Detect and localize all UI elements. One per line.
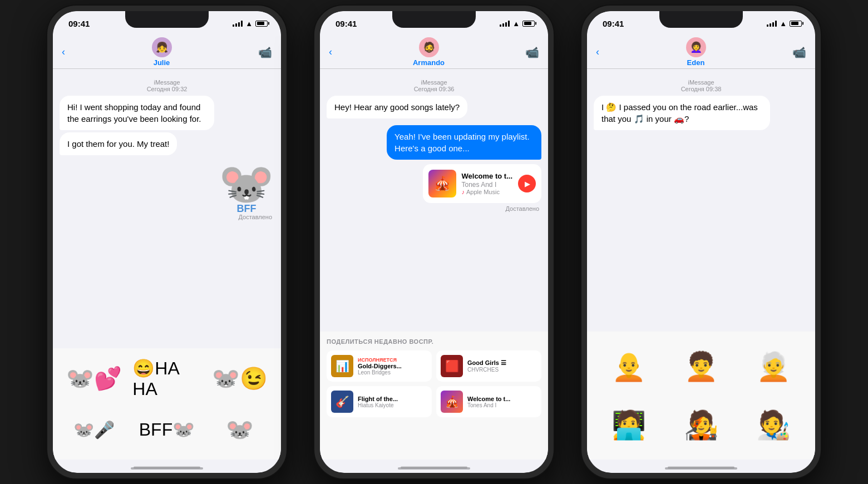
notch-julie xyxy=(125,11,209,28)
battery-icon-eden xyxy=(790,21,802,27)
music-panel-info-3: Flight of the... Hiatus Kaiyote xyxy=(358,396,398,408)
contact-name-julie: Julie xyxy=(154,58,170,67)
artist-name-2: CHVRCHES xyxy=(467,367,506,373)
music-art-1: 📊 xyxy=(331,355,353,377)
notch-eden xyxy=(659,11,743,28)
message-row-music-card: 🎪 Welcome to t... Tones And I ♪ Apple Mu… xyxy=(327,162,541,203)
music-panel-info-4: Welcome to t... Tones And I xyxy=(467,396,510,408)
delivered-label-julie: Доставлено xyxy=(60,214,274,220)
sticker-item[interactable]: 🐭😉 xyxy=(206,355,274,402)
sticker-item[interactable]: 😄HA HA xyxy=(132,355,201,402)
back-button-armando[interactable]: ‹ xyxy=(329,46,332,58)
bubble-received: I got them for you. My treat! xyxy=(60,132,177,155)
music-art: 🎪 xyxy=(428,170,456,197)
music-info: Welcome to t... Tones And I ♪ Apple Musi… xyxy=(462,172,513,196)
wifi-icon-armando: ▲ xyxy=(512,19,520,28)
imessage-timestamp-armando: iMessage Сегодня 09:36 xyxy=(327,79,541,92)
nav-center-eden[interactable]: 👩‍🦱 Eden xyxy=(686,37,706,67)
avatar-eden: 👩‍🦱 xyxy=(686,37,706,57)
artist-name-3: Hiatus Kaiyote xyxy=(358,402,398,408)
signal-icon-armando xyxy=(500,20,510,27)
video-call-button-julie[interactable]: 📹 xyxy=(258,46,272,59)
back-button-eden[interactable]: ‹ xyxy=(596,46,599,58)
music-panel-armando: ПОДЕЛИТЬСЯ НЕДАВНО ВОСПР. 📊 ИСПОЛНЯЕТСЯ … xyxy=(320,332,548,460)
sticker-item[interactable]: 🐭 xyxy=(206,406,274,453)
play-button[interactable]: ▶ xyxy=(518,175,536,192)
home-indicator-eden xyxy=(665,467,737,470)
imessage-timestamp-julie: iMessage Сегодня 09:32 xyxy=(60,79,274,92)
phone-screen-eden: 09:41 ▲ ‹ 👩‍🦱 xyxy=(587,11,815,473)
bubble-received: I 🤔 I passed you on the road earlier...w… xyxy=(594,96,770,130)
battery-icon-armando xyxy=(522,21,535,27)
memoji-item[interactable]: 🧑‍🦲 xyxy=(594,338,664,394)
track-name-4: Welcome to t... xyxy=(467,396,510,402)
phone-screen-armando: 09:41 ▲ ‹ 🧔 xyxy=(320,11,548,473)
music-panel-title: ПОДЕЛИТЬСЯ НЕДАВНО ВОСПР. xyxy=(327,338,541,345)
memoji-item[interactable]: 🧑‍💻 xyxy=(594,397,664,453)
nav-bar-eden: ‹ 👩‍🦱 Eden 📹 xyxy=(587,36,815,69)
phone-armando: 09:41 ▲ ‹ 🧔 xyxy=(300,0,568,484)
sticker-item[interactable]: 🐭🎤 xyxy=(60,406,128,453)
phone-screen-julie: 09:41 ▲ ‹ 👧 xyxy=(53,11,281,473)
track-name-3: Flight of the... xyxy=(358,396,398,402)
phone-frame-julie: 09:41 ▲ ‹ 👧 xyxy=(47,6,287,478)
battery-icon-julie xyxy=(255,21,268,27)
video-call-button-armando[interactable]: 📹 xyxy=(525,46,539,59)
bubble-received: Hi! I went shopping today and found the … xyxy=(60,96,214,130)
status-time-eden: 09:41 xyxy=(603,19,624,28)
music-panel-item[interactable]: 🟥 Good Girls ☰ CHVRCHES xyxy=(436,350,541,382)
sticker-item[interactable]: 🐭💕 xyxy=(60,355,128,402)
memoji-item[interactable]: 🧑‍🦱 xyxy=(666,338,736,394)
phone-eden: 09:41 ▲ ‹ 👩‍🦱 xyxy=(568,0,835,484)
signal-icon-eden xyxy=(767,20,777,27)
music-panel-item[interactable]: 🎸 Flight of the... Hiatus Kaiyote xyxy=(327,386,432,417)
home-indicator-julie xyxy=(131,467,203,470)
sticker-panel-julie: 🐭💕 😄HA HA 🐭😉 🐭🎤 BFF🐭 🐭 xyxy=(53,348,281,460)
music-artist: Tones And I xyxy=(462,181,513,189)
video-call-button-eden[interactable]: 📹 xyxy=(792,46,806,59)
track-name-1: Gold-Diggers... xyxy=(358,363,402,369)
status-time-armando: 09:41 xyxy=(336,19,357,28)
status-icons-julie: ▲ xyxy=(233,19,268,28)
artist-name-4: Tones And I xyxy=(467,402,510,408)
message-row: I got them for you. My treat! xyxy=(60,132,274,155)
playing-badge: ИСПОЛНЯЕТСЯ xyxy=(358,357,402,363)
wifi-icon-julie: ▲ xyxy=(245,19,253,28)
avatar-armando: 🧔 xyxy=(419,37,439,57)
sticker-item[interactable]: BFF🐭 xyxy=(132,406,201,453)
avatar-julie: 👧 xyxy=(152,37,172,57)
phone-julie: 09:41 ▲ ‹ 👧 xyxy=(33,0,300,484)
home-indicator-armando xyxy=(398,467,470,470)
music-panel-item[interactable]: 📊 ИСПОЛНЯЕТСЯ Gold-Diggers... Leon Bridg… xyxy=(327,350,432,382)
memoji-item[interactable]: 🧑‍🦳 xyxy=(738,338,808,394)
bubble-sent: Yeah! I've been updating my playlist. He… xyxy=(387,125,541,160)
message-row: Hi! I went shopping today and found the … xyxy=(60,96,274,130)
music-card: 🎪 Welcome to t... Tones And I ♪ Apple Mu… xyxy=(423,164,542,203)
music-art-3: 🎸 xyxy=(331,391,353,413)
back-button-julie[interactable]: ‹ xyxy=(62,46,65,58)
memoji-item[interactable]: 🧑‍🎨 xyxy=(738,397,808,453)
signal-icon-julie xyxy=(233,20,243,27)
nav-center-armando[interactable]: 🧔 Armando xyxy=(413,37,445,67)
status-icons-eden: ▲ xyxy=(767,19,802,28)
status-icons-armando: ▲ xyxy=(500,19,535,28)
delivered-label-armando: Доставлено xyxy=(327,205,541,212)
artist-name-1: Leon Bridges xyxy=(358,369,402,376)
music-grid: 📊 ИСПОЛНЯЕТСЯ Gold-Diggers... Leon Bridg… xyxy=(327,350,541,417)
message-row: Hey! Hear any good songs lately? xyxy=(327,96,541,118)
music-source: ♪ Apple Music xyxy=(462,189,513,195)
nav-center-julie[interactable]: 👧 Julie xyxy=(152,37,172,67)
message-row: Yeah! I've been updating my playlist. He… xyxy=(327,125,541,160)
sticker-item: 🐭BFF xyxy=(219,162,274,211)
imessage-timestamp-eden: iMessage Сегодня 09:38 xyxy=(594,79,808,92)
wifi-icon-eden: ▲ xyxy=(780,19,787,28)
status-time-julie: 09:41 xyxy=(68,19,90,28)
memoji-item[interactable]: 🧑‍🎤 xyxy=(666,397,736,453)
nav-bar-armando: ‹ 🧔 Armando 📹 xyxy=(320,36,548,69)
phone-frame-armando: 09:41 ▲ ‹ 🧔 xyxy=(314,6,554,478)
notch-armando xyxy=(392,11,476,28)
nav-bar-julie: ‹ 👧 Julie 📹 xyxy=(53,36,281,69)
music-panel-item[interactable]: 🎪 Welcome to t... Tones And I xyxy=(436,386,541,417)
music-panel-info-1: ИСПОЛНЯЕТСЯ Gold-Diggers... Leon Bridges xyxy=(358,357,402,376)
message-row: I 🤔 I passed you on the road earlier...w… xyxy=(594,96,808,130)
